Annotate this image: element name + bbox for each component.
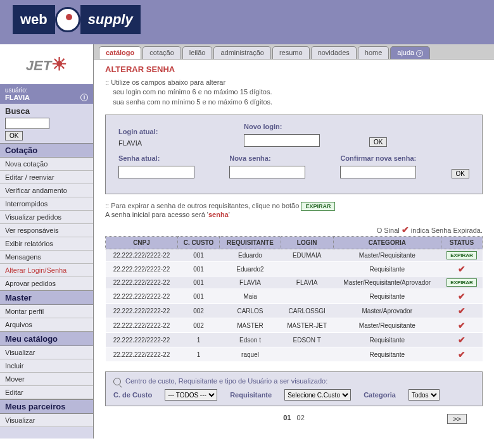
check-icon: ✔ <box>458 320 466 330</box>
senha-atual-input[interactable] <box>118 166 194 178</box>
table-row: 22.222.222/2222-22001MaiaRequisitante✔ <box>106 289 483 304</box>
tab-administração[interactable]: administração <box>213 46 270 59</box>
search-title: Busca <box>5 106 88 116</box>
login-atual-label: Login atual: <box>118 128 218 135</box>
search-block: Busca OK <box>0 104 93 143</box>
sidebar: JET☀ usuário: FLAVIA i Busca OK CotaçãoN… <box>0 44 94 439</box>
pager: 01 02 >> <box>105 406 483 429</box>
expirar-row-button[interactable]: EXPIRAR <box>446 278 477 287</box>
logo-supply: supply <box>80 5 141 34</box>
sidebar-item[interactable]: Editar / reenviar <box>0 171 93 184</box>
legend: O Sinal ✔ indica Senha Expirada. <box>105 225 483 235</box>
tab-novidades[interactable]: novidades <box>311 46 357 59</box>
user-label: usuário: <box>5 87 88 94</box>
table-row: 22.222.222/2222-22001FLAVIAFLAVIAMaster/… <box>106 277 483 289</box>
confirmar-senha-input[interactable] <box>340 166 416 178</box>
logo-web: web <box>13 5 55 34</box>
login-ok-button[interactable]: OK <box>369 137 387 147</box>
tab-cotação[interactable]: cotação <box>142 46 181 59</box>
search-ok-button[interactable]: OK <box>5 131 23 140</box>
table-header: STATUS <box>441 237 483 249</box>
sidebar-item[interactable]: Ver responsáveis <box>0 224 93 237</box>
filter-cat-label: Categoria <box>364 391 396 399</box>
sidebar-item[interactable]: Mensagens <box>0 251 93 264</box>
sidebar-section: Cotação <box>0 143 93 158</box>
sidebar-item[interactable]: Interrompidos <box>0 197 93 211</box>
users-table: CNPJC. CUSTOREQUISITANTELOGINCATEGORIAST… <box>105 236 483 362</box>
login-atual-value: FLAVIA <box>118 139 142 147</box>
sidebar-item[interactable]: Nova cotação <box>0 158 93 171</box>
nova-senha-label: Nova senha: <box>229 154 315 162</box>
tab-help[interactable]: ajuda ? <box>390 46 430 59</box>
table-row: 22.222.222/2222-22001EduardoEDUMAIAMaste… <box>106 249 483 262</box>
expirar-row-button[interactable]: EXPIRAR <box>446 251 477 259</box>
sidebar-section: Master <box>0 290 93 305</box>
sidebar-item[interactable]: Editar <box>0 386 93 399</box>
table-row: 22.222.222/2222-221raquelRequisitante✔ <box>106 347 483 362</box>
page-2[interactable]: 02 <box>297 414 305 421</box>
info-icon[interactable]: i <box>80 94 88 101</box>
filter-custo-label: C. de Custo <box>113 391 152 399</box>
sidebar-item[interactable]: Exibir relatórios <box>0 237 93 251</box>
check-icon: ✔ <box>458 291 466 301</box>
user-name: FLAVIA <box>5 94 30 101</box>
tabs: catálogocotaçãoleilãoadministraçãoresumo… <box>94 44 494 59</box>
table-row: 22.222.222/2222-22002MASTERMASTER-JETMas… <box>106 318 483 333</box>
check-icon: ✔ <box>458 264 466 274</box>
sidebar-item[interactable]: Arquivos <box>0 318 93 332</box>
filter-cat-select[interactable]: Todos <box>408 389 440 401</box>
table-row: 22.222.222/2222-22002CARLOSCARLOSSGIMast… <box>106 304 483 318</box>
hint-block: :: Para expirar a senha de outros requis… <box>105 202 483 218</box>
sidebar-item[interactable]: Visualizar pedidos <box>0 211 93 224</box>
check-icon: ✔ <box>458 306 466 316</box>
page-title: ALTERAR SENHA <box>105 65 483 74</box>
filter-req-label: Requisitante <box>230 391 272 399</box>
sidebar-item[interactable]: Visualizar <box>0 414 93 427</box>
novo-login-input[interactable] <box>244 134 320 147</box>
sidebar-item[interactable]: Alterar Login/Senha <box>0 264 93 277</box>
table-row: 22.222.222/2222-22001Eduardo2Requisitant… <box>106 262 483 277</box>
tab-resumo[interactable]: resumo <box>272 46 310 59</box>
app-header: websupply <box>0 0 494 44</box>
novo-login-label: Novo login: <box>244 123 344 130</box>
search-icon <box>113 378 121 385</box>
logo-icon <box>55 7 80 32</box>
table-header: CATEGORIA <box>333 237 441 249</box>
search-input[interactable] <box>5 118 49 129</box>
websupply-logo: websupply <box>13 5 141 34</box>
expirar-button[interactable]: EXPIRAR <box>301 202 335 211</box>
next-button[interactable]: >> <box>447 414 467 424</box>
tab-catálogo[interactable]: catálogo <box>99 46 141 59</box>
senha-atual-label: Senha atual: <box>118 154 204 162</box>
filter-box: Centro de custo, Requisitante e tipo de … <box>105 371 483 406</box>
filter-custo-select[interactable]: --- TODOS --- <box>165 389 217 401</box>
help-icon: ? <box>416 50 423 57</box>
senha-ok-button[interactable]: OK <box>452 169 469 178</box>
table-header: LOGIN <box>281 237 333 249</box>
table-header: REQUISITANTE <box>220 237 281 249</box>
sidebar-item[interactable]: Aprovar pedidos <box>0 277 93 290</box>
tab-home[interactable]: home <box>358 46 390 59</box>
nova-senha-input[interactable] <box>229 166 305 178</box>
confirmar-senha-label: Confirmar nova senha: <box>340 154 426 162</box>
check-icon: ✔ <box>458 335 466 345</box>
tab-leilão[interactable]: leilão <box>182 46 213 59</box>
check-icon: ✔ <box>458 349 466 359</box>
sidebar-item[interactable]: Mover <box>0 373 93 386</box>
sidebar-item[interactable]: Incluir <box>0 359 93 373</box>
user-block: usuário: FLAVIA i <box>0 84 93 104</box>
sidebar-item[interactable]: Montar perfil <box>0 305 93 318</box>
table-header: CNPJ <box>106 237 178 249</box>
change-password-form: Login atual: FLAVIA Novo login: OK Senha… <box>105 115 483 194</box>
filter-req-select[interactable]: Selecione C.Custo <box>284 389 351 401</box>
sidebar-item[interactable]: Verificar andamento <box>0 184 93 197</box>
content: catálogocotaçãoleilãoadministraçãoresumo… <box>94 44 494 439</box>
sidebar-section: Meus parceiros <box>0 399 93 414</box>
sidebar-item[interactable]: Visualizar <box>0 346 93 359</box>
intro-text: :: Utilize os campos abaixo para alterar… <box>105 78 483 107</box>
sidebar-section: Meu catálogo <box>0 332 93 346</box>
jet-logo: JET☀ <box>0 44 93 84</box>
page-1[interactable]: 01 <box>283 414 291 421</box>
table-header: C. CUSTO <box>177 237 219 249</box>
check-icon: ✔ <box>402 225 409 235</box>
